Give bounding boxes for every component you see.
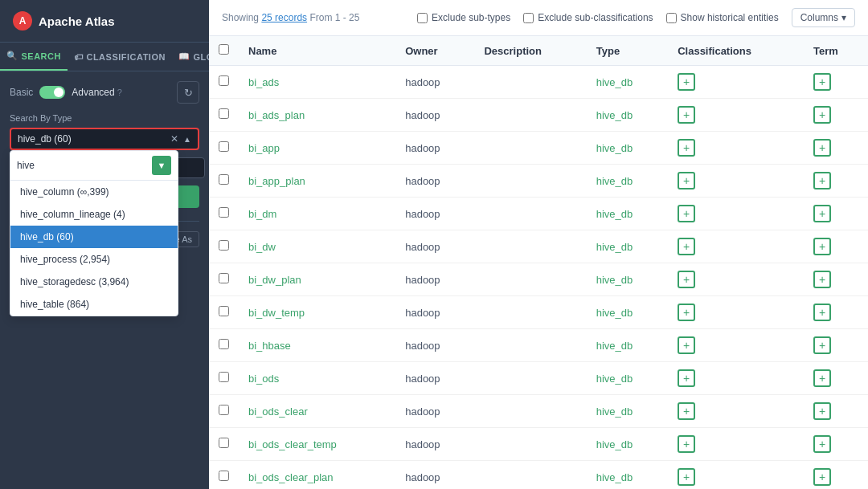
row-checkbox[interactable]	[219, 471, 229, 481]
add-term-button[interactable]: +	[813, 336, 831, 354]
row-checkbox[interactable]	[219, 174, 229, 185]
entity-name-link[interactable]: bi_dm	[248, 208, 276, 220]
add-classification-button[interactable]: +	[678, 106, 695, 124]
entity-name-link[interactable]: bi_ods_clear	[248, 405, 308, 418]
add-term-button[interactable]: +	[813, 172, 831, 189]
row-classifications-cell: +	[668, 198, 804, 230]
results-header: Showing 25 records From 1 - 25 Exclude s…	[209, 0, 868, 36]
entity-name-link[interactable]: bi_ods	[248, 373, 279, 385]
add-term-button[interactable]: +	[813, 73, 831, 91]
row-checkbox[interactable]	[219, 372, 229, 382]
row-checkbox[interactable]	[219, 141, 229, 152]
add-classification-button[interactable]: +	[678, 304, 695, 321]
add-classification-button[interactable]: +	[678, 205, 695, 222]
entity-name-link[interactable]: bi_ods_clear_temp	[248, 438, 337, 450]
sidebar-item-search[interactable]: 🔍 SEARCH	[0, 43, 68, 71]
entity-name-link[interactable]: bi_app	[248, 142, 280, 154]
select-all-checkbox[interactable]	[219, 44, 229, 55]
add-classification-button[interactable]: +	[678, 139, 695, 157]
refresh-button[interactable]: ↻	[177, 81, 199, 104]
exclude-subclassifications-checkbox[interactable]: Exclude sub-classifications	[523, 12, 653, 23]
row-checkbox[interactable]	[219, 75, 229, 86]
row-checkbox[interactable]	[219, 339, 229, 349]
add-classification-button[interactable]: +	[678, 468, 695, 486]
add-classification-button[interactable]: +	[678, 172, 695, 189]
entity-name-link[interactable]: bi_ads_plan	[248, 109, 305, 121]
entity-type-link[interactable]: hive_db	[596, 274, 633, 286]
dropdown-item-hive-column-lineage[interactable]: hive_column_lineage (4)	[10, 203, 178, 226]
add-term-button[interactable]: +	[813, 271, 831, 288]
entity-name-link[interactable]: bi_hbase	[248, 340, 291, 352]
row-checkbox[interactable]	[219, 273, 229, 283]
entity-name-link[interactable]: bi_dw_temp	[248, 307, 305, 319]
add-classification-button[interactable]: +	[678, 271, 695, 288]
columns-button[interactable]: Columns ▾	[792, 8, 855, 27]
entity-type-link[interactable]: hive_db	[596, 109, 633, 121]
row-checkbox[interactable]	[219, 240, 229, 251]
add-term-button[interactable]: +	[813, 468, 831, 486]
dropdown-item-hive-column[interactable]: hive_column (∞,399)	[10, 181, 178, 203]
entity-type-link[interactable]: hive_db	[596, 142, 633, 154]
show-historical-checkbox[interactable]: Show historical entities	[666, 12, 779, 23]
row-checkbox[interactable]	[219, 108, 229, 119]
exclude-subtypes-input[interactable]	[417, 13, 428, 23]
dropdown-item-hive-storagedesc[interactable]: hive_storagedesc (3,964)	[10, 271, 178, 293]
exclude-subtypes-checkbox[interactable]: Exclude sub-types	[417, 12, 510, 23]
row-checkbox[interactable]	[219, 438, 229, 448]
entity-type-link[interactable]: hive_db	[596, 76, 633, 88]
row-checkbox[interactable]	[219, 306, 229, 316]
row-classifications-cell: +	[668, 165, 804, 198]
show-historical-input[interactable]	[666, 13, 677, 23]
add-term-button[interactable]: +	[813, 369, 831, 387]
add-term-button[interactable]: +	[813, 139, 831, 157]
add-classification-button[interactable]: +	[678, 73, 695, 91]
add-term-button[interactable]: +	[813, 402, 831, 420]
entity-type-link[interactable]: hive_db	[596, 405, 633, 418]
records-link[interactable]: 25 records	[261, 12, 307, 23]
row-checkbox-cell	[209, 329, 239, 362]
dropdown-item-hive-table[interactable]: hive_table (864)	[10, 293, 178, 316]
add-term-button[interactable]: +	[813, 106, 831, 124]
dropdown-search-input[interactable]	[17, 160, 147, 171]
type-selector[interactable]: hive_db (60) ✕ ▲	[10, 128, 199, 150]
entity-type-link[interactable]: hive_db	[596, 241, 633, 253]
add-classification-button[interactable]: +	[678, 435, 695, 453]
exclude-subclassifications-input[interactable]	[523, 13, 534, 23]
entity-name-link[interactable]: bi_ads	[248, 76, 279, 88]
sidebar-item-classification[interactable]: 🏷 CLASSIFICATION	[68, 43, 172, 71]
add-term-button[interactable]: +	[813, 435, 831, 453]
add-classification-button[interactable]: +	[678, 336, 695, 354]
add-classification-button[interactable]: +	[678, 402, 695, 420]
add-classification-button[interactable]: +	[678, 238, 695, 255]
entity-type-link[interactable]: hive_db	[596, 340, 633, 352]
type-selector-actions: ✕ ▲	[170, 133, 191, 145]
entity-name-link[interactable]: bi_ods_clear_plan	[248, 471, 334, 483]
row-term-cell: +	[804, 99, 868, 132]
entity-name-link[interactable]: bi_dw	[248, 241, 276, 253]
dropdown-item-hive-db[interactable]: hive_db (60)	[10, 226, 178, 248]
row-checkbox[interactable]	[219, 207, 229, 218]
add-classification-button[interactable]: +	[678, 369, 695, 387]
basic-advanced-toggle[interactable]	[39, 86, 65, 99]
entity-type-link[interactable]: hive_db	[596, 471, 633, 483]
row-type-cell: hive_db	[587, 263, 668, 296]
entity-name-link[interactable]: bi_dw_plan	[248, 274, 301, 286]
add-term-button[interactable]: +	[813, 238, 831, 255]
entity-type-link[interactable]: hive_db	[596, 373, 633, 385]
add-term-button[interactable]: +	[813, 304, 831, 321]
entity-type-link[interactable]: hive_db	[596, 307, 633, 319]
row-term-cell: +	[804, 132, 868, 165]
row-checkbox[interactable]	[219, 405, 229, 415]
entity-name-link[interactable]: bi_app_plan	[248, 175, 305, 187]
entity-type-link[interactable]: hive_db	[596, 438, 633, 450]
row-term-cell: +	[804, 230, 868, 263]
sidebar-item-glossary[interactable]: 📖 GLOSSARY	[172, 43, 209, 71]
clear-type-button[interactable]: ✕	[170, 133, 178, 145]
add-term-button[interactable]: +	[813, 205, 831, 222]
row-checkbox-cell	[209, 99, 239, 132]
entity-type-link[interactable]: hive_db	[596, 208, 633, 220]
dropdown-item-hive-process[interactable]: hive_process (2,954)	[10, 248, 178, 271]
type-selector-container: hive_db (60) ✕ ▲ ▼ hive_column (∞,399) h…	[10, 128, 199, 150]
entity-type-link[interactable]: hive_db	[596, 175, 633, 187]
dropdown-filter-button[interactable]: ▼	[152, 156, 171, 175]
